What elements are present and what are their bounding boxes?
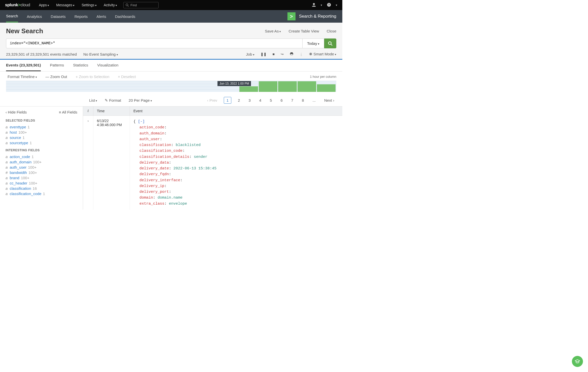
page-1[interactable]: 1 — [224, 97, 231, 104]
create-table-view-button[interactable]: Create Table View — [288, 29, 319, 33]
event-column-header[interactable]: Event — [130, 106, 342, 116]
timeline-tooltip: Jun 13, 2022 1:00 PM — [217, 81, 251, 86]
share-icon[interactable]: ↪ — [281, 52, 284, 56]
nav-settings[interactable]: Settings — [82, 3, 97, 7]
global-nav: splunk>cloud Apps Messages Settings Acti… — [0, 0, 342, 10]
nav-messages[interactable]: Messages — [56, 3, 75, 7]
field-row[interactable]: a cc_header100+ — [6, 180, 77, 186]
time-range-picker[interactable]: Today — [303, 39, 324, 48]
field-row[interactable]: a eventtype1 — [6, 124, 77, 130]
prev-page[interactable]: ‹ Prev — [205, 97, 219, 103]
field-row[interactable]: a source1 — [6, 135, 77, 140]
svg-line-6 — [331, 44, 332, 45]
field-row[interactable]: a classification_code1 — [6, 191, 77, 196]
topnav-right: ▾ ? ▾ — [312, 3, 337, 8]
field-row[interactable]: # bandwidth100+ — [6, 170, 77, 175]
json-collapse-toggle[interactable]: [-] — [138, 120, 145, 124]
next-page[interactable]: Next › — [322, 97, 336, 103]
field-row[interactable]: a action_code1 — [6, 154, 77, 159]
timeline-chart[interactable]: Jun 13, 2022 1:00 PM — [6, 81, 336, 92]
event-raw[interactable]: { [-] action_code:auth_domain:auth_user:… — [130, 116, 342, 210]
hide-fields-button[interactable]: ‹ Hide Fields — [6, 110, 27, 114]
tab-patterns[interactable]: Patterns — [50, 60, 64, 71]
json-field: classification: blacklisted — [133, 142, 339, 148]
nav-apps[interactable]: Apps — [39, 3, 49, 7]
json-field: delivery_interface: — [133, 177, 339, 183]
time-column-header[interactable]: Time — [93, 106, 130, 116]
field-row[interactable]: a sourcetype1 — [6, 140, 77, 145]
tab-alerts[interactable]: Alerts — [96, 11, 106, 22]
json-field: delivery_data: — [133, 160, 339, 166]
timeline-bar[interactable] — [298, 81, 316, 92]
zoom-out-button[interactable]: — Zoom Out — [46, 75, 67, 79]
download-icon[interactable]: ⭳ — [300, 52, 303, 56]
all-fields-button[interactable]: ≡ All Fields — [59, 110, 77, 114]
tab-events[interactable]: Events (23,329,501) — [6, 60, 41, 71]
format-timeline-dropdown[interactable]: Format Timeline — [8, 75, 37, 79]
tab-analytics[interactable]: Analytics — [27, 11, 42, 22]
tab-reports[interactable]: Reports — [75, 11, 88, 22]
json-field: action_code: — [133, 125, 339, 130]
field-row[interactable]: a classification16 — [6, 186, 77, 191]
format-button[interactable]: ✎ Format — [105, 98, 121, 103]
timeline-bar[interactable] — [259, 81, 277, 92]
list-controls: List ✎ Format 20 Per Page ‹ Prev 1 2 3 4… — [0, 94, 342, 106]
page-2[interactable]: 2 — [236, 97, 242, 103]
field-row[interactable]: a auth_user100+ — [6, 165, 77, 170]
timeline-bar[interactable] — [239, 86, 258, 92]
zoom-to-selection-button[interactable]: + Zoom to Selection — [76, 75, 109, 79]
stop-icon[interactable]: ■ — [273, 52, 275, 56]
field-row[interactable]: a brand100+ — [6, 175, 77, 180]
help-dropdown-caret[interactable]: ▾ — [336, 4, 337, 7]
page-7[interactable]: 7 — [289, 97, 295, 103]
json-field: extra_class: envelope — [133, 201, 339, 207]
print-icon[interactable] — [290, 52, 293, 56]
timeline-bar[interactable] — [278, 81, 297, 92]
find-box[interactable]: Find — [123, 2, 159, 8]
json-field: classification_code: — [133, 148, 339, 154]
timeline-granularity: 1 hour per column — [310, 75, 336, 79]
nav-activity[interactable]: Activity — [104, 3, 117, 7]
page-6[interactable]: 6 — [278, 97, 284, 103]
result-tabs: Events (23,329,501) Patterns Statistics … — [0, 59, 342, 71]
search-button[interactable] — [324, 39, 336, 48]
field-row[interactable]: a host100+ — [6, 130, 77, 135]
close-button[interactable]: Close — [327, 29, 336, 33]
json-field: delivery_date: 2022-06-13 15:38:45 — [133, 166, 339, 171]
tab-search[interactable]: Search — [6, 10, 18, 22]
search-input[interactable] — [6, 39, 303, 48]
svg-text:?: ? — [328, 3, 330, 6]
events-header: i Time Event — [83, 106, 342, 116]
tab-dashboards[interactable]: Dashboards — [115, 11, 135, 22]
tab-datasets[interactable]: Datasets — [51, 11, 66, 22]
search-mode-dropdown[interactable]: ❋ Smart Mode — [309, 52, 336, 56]
page-5[interactable]: 5 — [268, 97, 274, 103]
app-title: Search & Reporting — [299, 14, 336, 19]
save-as-button[interactable]: Save As — [265, 29, 281, 33]
page-3[interactable]: 3 — [246, 97, 252, 103]
timeline-controls: Format Timeline — Zoom Out + Zoom to Sel… — [0, 71, 342, 81]
user-icon[interactable] — [312, 3, 316, 8]
page-8[interactable]: 8 — [300, 97, 306, 103]
json-field: delivery_ip: — [133, 183, 339, 189]
job-dropdown[interactable]: Job — [246, 52, 254, 56]
topnav-menu: Apps Messages Settings Activity — [39, 3, 117, 7]
help-icon[interactable]: ? — [327, 3, 331, 8]
events-area: i Time Event › 6/13/22 4:38:46.000 PM { … — [83, 106, 342, 210]
page-4[interactable]: 4 — [257, 97, 263, 103]
app-title-area: > Search & Reporting — [287, 12, 336, 20]
list-format-dropdown[interactable]: List — [89, 98, 97, 102]
tab-visualization[interactable]: Visualization — [97, 60, 118, 71]
user-dropdown-caret[interactable]: ▾ — [321, 4, 322, 7]
field-row[interactable]: a auth_domain100+ — [6, 159, 77, 165]
deselect-button[interactable]: × Deselect — [118, 75, 136, 79]
pause-icon[interactable]: ❚❚ — [261, 52, 267, 56]
json-field: auth_user: — [133, 136, 339, 142]
per-page-dropdown[interactable]: 20 Per Page — [129, 98, 152, 102]
expand-row-button[interactable]: › — [83, 116, 93, 210]
timeline-bar[interactable] — [317, 84, 336, 92]
logo[interactable]: splunk>cloud — [5, 3, 30, 8]
json-field: domain: domain.name — [133, 195, 339, 201]
event-sampling-dropdown[interactable]: No Event Sampling — [83, 52, 118, 56]
tab-statistics[interactable]: Statistics — [73, 60, 88, 71]
